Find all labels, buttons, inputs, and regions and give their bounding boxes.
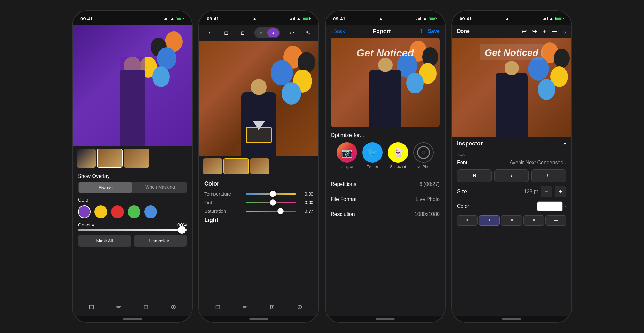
size-controls: 128 pt − + bbox=[524, 186, 566, 197]
underline-button[interactable]: U bbox=[531, 169, 566, 182]
list-icon-4[interactable]: ☰ bbox=[551, 27, 557, 35]
scroll-indicator-4 bbox=[502, 318, 521, 320]
unmask-all-btn[interactable]: Unmask All bbox=[134, 235, 187, 247]
align-justify-btn[interactable]: ≡ bbox=[523, 215, 544, 226]
tint-thumb[interactable] bbox=[270, 199, 276, 206]
time-1: 09:41 bbox=[80, 16, 93, 21]
bold-label: B bbox=[473, 173, 476, 178]
size-increase-btn[interactable]: + bbox=[555, 186, 566, 197]
sliders-icon-2[interactable]: ⊞ bbox=[267, 302, 278, 312]
snapchat-item[interactable]: 👻 Snapchat bbox=[388, 142, 408, 169]
thumb-2-2-active[interactable] bbox=[223, 158, 249, 174]
location-arrow-4: ▲ bbox=[505, 17, 509, 20]
filmstrip-icon[interactable]: ⊟ bbox=[86, 302, 97, 312]
preview-text-3: Get Noticed bbox=[331, 47, 440, 59]
inspector-chevron-icon[interactable]: ▾ bbox=[564, 141, 566, 147]
always-btn[interactable]: Always bbox=[79, 182, 132, 193]
thumb-1-2[interactable] bbox=[97, 149, 123, 168]
color-label-4: Color bbox=[457, 204, 469, 209]
head-4 bbox=[505, 61, 519, 75]
thumb-1-1[interactable] bbox=[77, 149, 96, 168]
balloon-b2-3 bbox=[406, 73, 424, 93]
temp-thumb[interactable] bbox=[270, 191, 276, 197]
opacity-row: Opacity 100% bbox=[78, 222, 187, 227]
export-title: Export bbox=[345, 28, 419, 35]
align-center-btn[interactable]: ≡ bbox=[479, 215, 500, 226]
wifi-icon: ▲ bbox=[170, 16, 174, 21]
photo-bg-4: Get Noticed bbox=[452, 38, 571, 137]
redo-icon-4[interactable]: ↪ bbox=[532, 27, 537, 35]
filmstrip-icon-2[interactable]: ⊟ bbox=[213, 302, 223, 312]
file-format-row: File Format Live Photo bbox=[331, 192, 440, 207]
layers-icon[interactable]: ⊞ bbox=[238, 28, 248, 38]
crop-icon[interactable]: ⊡ bbox=[221, 28, 231, 38]
align-right-btn[interactable]: ≡ bbox=[501, 215, 522, 226]
swatch-yellow[interactable] bbox=[94, 205, 107, 218]
bottom-toolbar-1: ⊟ ✏ ⊞ ⊕ bbox=[73, 298, 192, 316]
status-bar-4: 09:41 ▲ ▲ bbox=[452, 11, 571, 25]
menu-icon[interactable]: ⊕ bbox=[168, 302, 178, 312]
phone4-content: Done ↩ ↪ + ☰ ⌕ bbox=[452, 25, 571, 316]
temp-slider[interactable] bbox=[246, 193, 296, 195]
italic-button[interactable]: I bbox=[494, 169, 529, 182]
undo-icon-4[interactable]: ↩ bbox=[521, 27, 527, 35]
color-label: Color bbox=[78, 197, 187, 203]
phone3-content: ‹ Back Export ⬆ Save bbox=[326, 25, 445, 316]
resolution-val: 1080x1080 bbox=[415, 211, 440, 217]
sat-label: Saturation bbox=[204, 208, 243, 214]
style-buttons: B I U bbox=[457, 169, 566, 182]
instagram-item[interactable]: 📷 Instagram bbox=[337, 142, 357, 169]
swatch-red[interactable] bbox=[111, 205, 124, 218]
battery-icon-4 bbox=[555, 17, 564, 20]
balloon-b2-2 bbox=[282, 82, 301, 105]
color-preview[interactable] bbox=[537, 201, 563, 211]
back-icon-2[interactable]: ‹ bbox=[204, 28, 214, 38]
circle-option[interactable]: ○ bbox=[255, 28, 267, 37]
sat-slider[interactable] bbox=[246, 211, 296, 212]
share-icon[interactable]: ⬆ bbox=[419, 27, 424, 35]
preview-text-4[interactable]: Get Noticed bbox=[485, 47, 538, 58]
mask-buttons: Mask All Unmask All bbox=[78, 235, 187, 247]
sliders-icon[interactable]: ⊞ bbox=[141, 302, 151, 312]
align-left-btn[interactable]: ≡ bbox=[457, 215, 478, 226]
optimize-title: Optimize for... bbox=[331, 132, 440, 138]
swatch-green[interactable] bbox=[128, 205, 140, 218]
opacity-thumb[interactable] bbox=[178, 226, 186, 234]
undo-icon-2[interactable]: ↩ bbox=[287, 28, 297, 38]
align-none-btn[interactable]: — bbox=[545, 215, 566, 226]
size-row: Size 128 pt − + bbox=[457, 186, 566, 197]
back-button[interactable]: ‹ Back bbox=[331, 28, 345, 34]
thumb-1-3[interactable] bbox=[124, 149, 149, 168]
font-value[interactable]: Avenir Next Condensed › bbox=[510, 160, 566, 166]
nav-bar-3: ‹ Back Export ⬆ Save bbox=[326, 25, 445, 38]
size-value: 128 pt bbox=[524, 189, 538, 195]
tint-slider[interactable] bbox=[246, 202, 296, 203]
size-decrease-btn[interactable]: − bbox=[541, 186, 552, 197]
file-format-key: File Format bbox=[331, 196, 356, 202]
status-icons-1: ▲ bbox=[164, 16, 184, 21]
add-icon-4[interactable]: + bbox=[543, 28, 546, 35]
tint-value: 0.00 bbox=[299, 200, 313, 205]
nav-icons-4: ↩ ↪ + ☰ ⌕ bbox=[521, 27, 566, 35]
filled-option[interactable]: ● bbox=[267, 28, 279, 37]
swatch-purple[interactable] bbox=[78, 205, 91, 218]
when-masking-btn[interactable]: When Masking bbox=[133, 182, 187, 193]
mask-all-btn[interactable]: Mask All bbox=[78, 235, 131, 247]
thumb-2-3[interactable] bbox=[250, 158, 269, 174]
phone-4: 09:41 ▲ ▲ Done ↩ ↪ + bbox=[451, 10, 572, 323]
brush-icon-2[interactable]: ✏ bbox=[240, 302, 250, 312]
save-button[interactable]: Save bbox=[428, 28, 440, 34]
expand-icon-2[interactable]: ⤡ bbox=[303, 28, 313, 38]
opacity-slider[interactable] bbox=[78, 229, 187, 231]
menu-icon-2[interactable]: ⊕ bbox=[295, 302, 305, 312]
done-button[interactable]: Done bbox=[457, 28, 470, 34]
swatch-blue[interactable] bbox=[144, 205, 157, 218]
head-3 bbox=[378, 58, 393, 72]
sat-thumb[interactable] bbox=[277, 208, 284, 214]
brush-icon[interactable]: ✏ bbox=[114, 302, 124, 312]
livephoto-item[interactable]: Live Photo bbox=[413, 142, 434, 169]
bold-button[interactable]: B bbox=[457, 169, 492, 182]
thumb-2-1[interactable] bbox=[203, 158, 222, 174]
twitter-item[interactable]: 🐦 Twitter bbox=[362, 142, 383, 169]
search-icon-4[interactable]: ⌕ bbox=[562, 28, 566, 35]
